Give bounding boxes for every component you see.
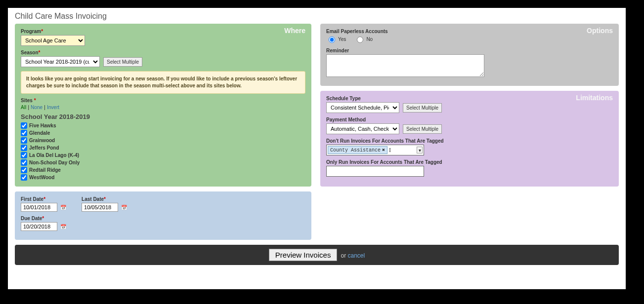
site-checkbox[interactable] [21, 137, 27, 144]
site-label: Non-School Day Only [29, 160, 80, 165]
sites-none-link[interactable]: None [31, 105, 43, 110]
tag-chip-label: County Assistance [330, 148, 381, 153]
panel-limitations: Limitations Schedule Type Consistent Sch… [320, 91, 619, 187]
sites-group-title: School Year 2018-2019 [21, 113, 305, 120]
panel-limitations-header: Limitations [576, 94, 613, 102]
label-paperless: Email Paperless Accounts [326, 29, 613, 34]
panel-options: Options Email Paperless Accounts Yes No … [320, 24, 619, 86]
select-payment-method[interactable]: Automatic, Cash, Check, Onl... [326, 123, 399, 134]
radio-no-label: No [354, 35, 373, 43]
site-checkbox[interactable] [21, 130, 27, 136]
sites-all-link[interactable]: All [21, 105, 26, 110]
tag-remove-icon[interactable]: ✖ [382, 147, 385, 153]
select-season[interactable]: School Year 2018-2019 (current) [21, 56, 100, 67]
label-schedule-type: Schedule Type [326, 96, 613, 101]
calendar-icon[interactable]: 📅 [60, 204, 67, 211]
label-due-date: Due Date* [21, 216, 305, 221]
site-checkbox[interactable] [21, 145, 27, 151]
label-last-date: Last Date* [82, 196, 128, 202]
site-label: Redtail Ridge [29, 167, 61, 173]
input-last-date[interactable] [82, 203, 118, 212]
site-label: La Ola Del Lago (K-4) [29, 152, 79, 158]
text-cursor-icon: I [389, 147, 391, 154]
page-title: Child Care Mass Invoicing [8, 8, 626, 24]
label-program: Program* [21, 29, 305, 34]
label-only-run-tags: Only Run Invoices For Accounts That Are … [326, 159, 613, 165]
site-label: WestWood [29, 175, 54, 180]
cancel-link[interactable]: cancel [347, 252, 365, 259]
label-first-date: First Date* [21, 196, 67, 202]
select-schedule-type[interactable]: Consistent Schedule, Pick Y... [326, 102, 399, 113]
panel-options-header: Options [587, 27, 613, 35]
site-item: Non-School Day Only [21, 159, 305, 166]
site-checkbox[interactable] [21, 174, 27, 181]
site-item: Five Hawks [21, 122, 305, 129]
label-sites: Sites * [21, 98, 305, 103]
paperless-radios: Yes No [326, 35, 613, 44]
radio-yes[interactable] [329, 37, 335, 43]
site-label: Five Hawks [29, 123, 56, 128]
label-dont-run-tags: Don't Run Invoices For Accounts That Are… [326, 138, 613, 144]
calendar-icon[interactable]: 📅 [60, 224, 67, 230]
label-reminder: Reminder [326, 48, 613, 53]
panel-dates: First Date* 📅 Last Date* 📅 Due Date* 📅 [15, 191, 311, 240]
select-program[interactable]: School Age Care [21, 35, 85, 46]
label-payment-method: Payment Method [326, 117, 613, 122]
site-checkbox[interactable] [21, 122, 27, 129]
season-warning: It looks like you are going start invoic… [21, 71, 305, 94]
site-checkbox[interactable] [21, 167, 27, 173]
sites-links: All | None | Invert [21, 104, 305, 110]
tag-chip: County Assistance ✖ [328, 146, 387, 154]
site-item: WestWood [21, 174, 305, 181]
radio-no[interactable] [357, 37, 363, 43]
dont-run-tags-input[interactable]: County Assistance ✖ I ▾ [326, 145, 424, 155]
radio-yes-label: Yes [326, 35, 346, 43]
panel-where: Where Program* School Age Care Season* S… [15, 24, 311, 187]
or-cancel: or cancel [341, 252, 365, 259]
label-season: Season* [21, 50, 305, 55]
tag-dropdown-icon[interactable]: ▾ [417, 147, 423, 153]
schedule-select-multiple-button[interactable]: Select Multiple [403, 103, 442, 113]
site-label: Grainwood [29, 138, 55, 143]
site-checkbox[interactable] [21, 152, 27, 158]
season-select-multiple-button[interactable]: Select Multiple [103, 57, 142, 67]
site-item: Jeffers Pond [21, 145, 305, 151]
site-item: Redtail Ridge [21, 167, 305, 173]
site-item: La Ola Del Lago (K-4) [21, 152, 305, 158]
sites-list: Five Hawks Glendale Grainwood Jeffers Po… [21, 122, 305, 181]
sites-invert-link[interactable]: Invert [47, 105, 59, 110]
site-label: Jeffers Pond [29, 145, 59, 151]
calendar-icon[interactable]: 📅 [121, 204, 128, 211]
site-item: Grainwood [21, 137, 305, 144]
preview-invoices-button[interactable]: Preview Invoices [269, 249, 338, 261]
input-first-date[interactable] [21, 203, 57, 212]
panel-where-header: Where [284, 27, 305, 35]
textarea-reminder[interactable] [326, 54, 484, 77]
footer-bar: Preview Invoices or cancel [15, 245, 619, 265]
only-run-tags-input[interactable] [326, 166, 424, 177]
site-item: Glendale [21, 130, 305, 136]
site-label: Glendale [29, 130, 50, 136]
input-due-date[interactable] [21, 222, 57, 231]
payment-select-multiple-button[interactable]: Select Multiple [403, 124, 442, 134]
site-checkbox[interactable] [21, 159, 27, 166]
